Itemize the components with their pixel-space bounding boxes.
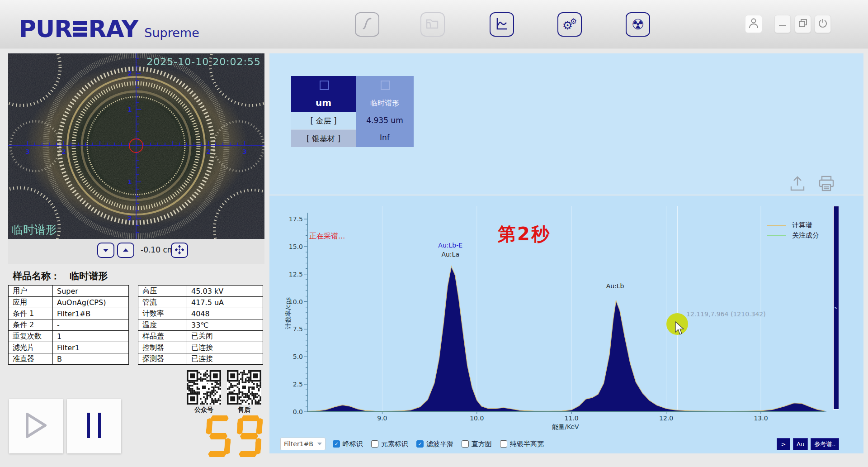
user-icon [749,18,759,30]
condition-select-value: Filter1#B [284,440,313,448]
restore-window-button[interactable] [795,15,811,33]
condition-select[interactable]: Filter1#B [280,438,326,450]
spectrum-button-参考谱..[interactable]: 参考谱.. [811,438,839,450]
spectrum-view-button[interactable] [490,12,514,37]
microscope-camera-view[interactable]: 21123223 2025-10-10 20:02:55 临时谱形 [8,53,264,239]
cursor-readout: 12.119,7.964 (1210.342) [686,310,766,318]
center-stage-button[interactable] [171,243,188,258]
power-button[interactable] [815,15,831,33]
checkbox-icon[interactable] [371,440,378,448]
layer-row-gold[interactable]: [ 金层 ] [291,112,356,129]
checkbox-峰标识[interactable]: ✓峰标识 [333,440,363,448]
param-label: 计数率 [138,308,187,319]
param-value: 已关闭 [187,331,263,342]
svg-text:17.5: 17.5 [289,215,303,223]
svg-text:13.0: 13.0 [754,415,768,422]
measurement-checkbox[interactable] [381,81,390,90]
brand-subtitle: Supreme [144,26,199,40]
svg-text:15.0: 15.0 [289,243,303,250]
layers-column: um [ 金层 ] [ 银基材 ] [291,76,356,147]
checkbox-icon[interactable]: ✓ [333,440,340,448]
qr-code-image [187,370,221,405]
calibration-curve-button[interactable] [355,12,379,37]
sample-name-row: 样品名称： 临时谱形 [13,270,108,282]
param-label: 用户 [9,286,53,297]
open-file-button[interactable] [420,12,445,37]
layers-header-cell[interactable]: um [291,76,356,112]
param-value: Filter1 [53,342,129,353]
start-measure-button[interactable] [9,399,63,453]
param-value: 45.03 kV [187,286,263,297]
base-thickness-value: Inf [356,129,414,146]
user-account-button[interactable] [745,15,762,33]
chart-controls: Filter1#B ✓峰标识元素标识✓滤波平滑直方图纯银半高宽 [280,437,544,451]
param-row: 高压45.03 kV [138,286,263,297]
param-value: - [53,319,129,331]
param-label: 条件 1 [9,308,53,319]
measurement-params-table: 用户Super应用AuOnAg(CPS)条件 1Filter1#B条件 2-重复… [8,285,129,365]
param-row: 探测器已连接 [138,353,263,365]
focus-up-button[interactable] [117,243,134,258]
qr-wechat-official: 公众号 [187,370,221,414]
display-option-checkboxes: ✓峰标识元素标识✓滤波平滑直方图纯银半高宽 [333,440,544,448]
svg-text:12.5: 12.5 [289,271,303,278]
export-button[interactable] [788,175,807,195]
param-row: 滤光片Filter1 [9,342,129,353]
layers-checkbox[interactable] [320,81,329,90]
checkbox-icon[interactable]: ✓ [416,440,424,448]
collapse-panel-handle[interactable]: < [833,206,839,410]
svg-text:9.0: 9.0 [377,415,387,422]
param-row: 用户Super [9,286,129,297]
measurement-header-cell[interactable]: 临时谱形 [356,76,414,112]
checkbox-滤波平滑[interactable]: ✓滤波平滑 [416,440,453,448]
param-value: 417.5 uA [187,297,263,308]
checkbox-label: 元素标识 [381,440,408,448]
open-file-icon [425,17,440,32]
xray-source-button[interactable]: ☢ [626,12,650,37]
param-row: 条件 2- [9,319,129,331]
mouse-cursor-icon [675,321,684,337]
param-label: 控制器 [138,342,187,353]
checkbox-元素标识[interactable]: 元素标识 [371,440,408,448]
checkbox-直方图[interactable]: 直方图 [462,440,492,448]
brand-e-glyph [73,21,87,38]
camera-controls-bar: -0.10 cm [8,239,264,264]
focus-down-button[interactable] [97,243,114,258]
chevron-down-icon [317,443,322,445]
svg-text:计数率/cps: 计数率/cps [284,297,292,330]
radiation-icon: ☢ [632,17,645,32]
brand-text-right: RAY [88,15,138,43]
spectrum-icon [495,16,509,33]
param-row: 应用AuOnAg(CPS) [9,297,129,308]
param-label: 重复次数 [9,331,53,342]
app-logo: PUR RAY Supreme [19,15,199,43]
qr-label: 售后 [227,406,261,414]
param-row: 计数率4048 [138,308,263,319]
layer-row-silver-base[interactable]: [ 银基材 ] [291,129,356,147]
spectrum-button->[interactable]: > [777,438,790,450]
chevron-up-icon [123,247,129,254]
checkbox-纯银半高宽[interactable]: 纯银半高宽 [500,440,544,448]
print-button[interactable] [817,175,835,195]
settings-button[interactable]: ⚙⚙ [557,12,582,37]
seven-segment-digit [204,415,232,457]
spectrum-button-Au[interactable]: Au [793,438,808,450]
param-row: 管流417.5 uA [138,297,263,308]
spectrum-nav-buttons: >Au参考谱.. [777,438,839,450]
minimize-button[interactable] [774,15,791,33]
checkbox-icon[interactable] [462,440,469,448]
pause-measure-button[interactable] [67,399,121,453]
param-row: 控制器已连接 [138,342,263,353]
legend-entry: 关注成分 [767,230,819,241]
pause-icon [84,412,104,441]
chevron-left-icon: < [834,305,838,310]
svg-text:3: 3 [242,148,247,155]
camera-image: 21123223 [8,53,264,239]
svg-text:能量/KeV: 能量/KeV [552,423,579,430]
checkbox-icon[interactable] [500,440,507,448]
measurement-column: 临时谱形 4.935 um Inf [356,76,414,147]
qr-after-sales: 售后 [227,370,261,414]
param-value: AuOnAg(CPS) [53,297,129,308]
instrument-status-table: 高压45.03 kV管流417.5 uA计数率4048温度33℃样品盖已关闭控制… [138,285,263,365]
settings-gears-icon: ⚙⚙ [562,18,577,31]
